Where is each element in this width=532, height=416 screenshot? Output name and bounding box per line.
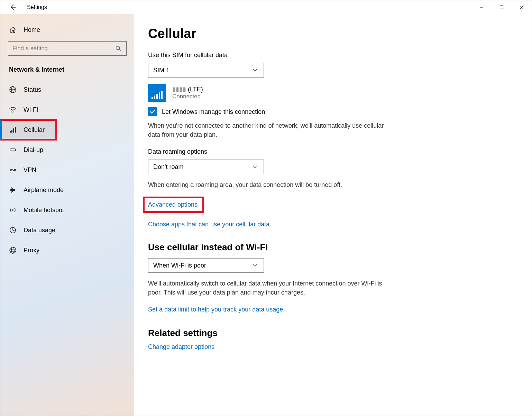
svg-rect-27	[152, 97, 153, 99]
hotspot-icon	[9, 206, 17, 214]
page-title: Cellular	[148, 26, 518, 41]
advanced-options-link[interactable]: Advanced options	[145, 198, 202, 211]
svg-point-18	[14, 152, 15, 152]
home-icon	[9, 26, 17, 34]
sidebar-item-proxy[interactable]: Proxy	[0, 240, 134, 260]
manage-description: When you're not connected to another kin…	[148, 121, 390, 139]
sidebar-item-label: Airplane mode	[24, 187, 64, 194]
sidebar-item-airplane[interactable]: Airplane mode	[0, 180, 134, 200]
svg-point-21	[12, 209, 13, 211]
chevron-down-icon	[251, 262, 259, 269]
sidebar-item-label: Dial-up	[24, 146, 43, 154]
manage-checkbox-label: Let Windows manage this connection	[162, 108, 265, 116]
svg-rect-29	[156, 94, 158, 99]
window-title: Settings	[27, 4, 47, 10]
search-field[interactable]	[12, 45, 114, 52]
svg-point-19	[10, 169, 11, 171]
airplane-icon	[9, 186, 17, 194]
sidebar-item-label: Data usage	[24, 227, 55, 234]
adapter-options-link[interactable]: Change adapter options	[148, 343, 214, 351]
home-nav[interactable]: Home	[0, 21, 134, 38]
svg-point-16	[12, 152, 13, 152]
choose-apps-link[interactable]: Choose apps that can use your cellular d…	[148, 221, 269, 228]
globe-icon	[9, 86, 17, 93]
chevron-down-icon	[251, 66, 259, 74]
sim-select[interactable]: SIM 1	[148, 63, 264, 78]
manage-checkbox-row[interactable]: Let Windows manage this connection	[148, 107, 518, 116]
sidebar-item-label: VPN	[24, 166, 36, 174]
search-input[interactable]	[8, 41, 127, 56]
vpn-icon	[9, 166, 17, 174]
chevron-down-icon	[251, 163, 259, 171]
network-status: Connected	[172, 93, 203, 100]
roaming-label: Data roaming options	[148, 148, 518, 155]
sidebar-item-label: Wi-Fi	[24, 106, 38, 114]
sim-select-value: SIM 1	[153, 67, 169, 74]
svg-point-24	[11, 247, 14, 253]
signal-tile-icon	[148, 84, 166, 102]
related-settings-heading: Related settings	[148, 328, 518, 338]
svg-rect-10	[10, 131, 11, 133]
data-limit-link[interactable]: Set a data limit to help you track your …	[148, 306, 283, 313]
sidebar-item-vpn[interactable]: VPN	[0, 160, 134, 180]
sidebar-item-label: Mobile hotspot	[24, 207, 64, 214]
svg-rect-14	[10, 149, 16, 151]
sidebar-item-dialup[interactable]: Dial-up	[0, 140, 134, 160]
network-status-row: ▮▮▮▮ (LTE) Connected	[148, 84, 518, 102]
sidebar-item-wifi[interactable]: Wi-Fi	[0, 100, 134, 120]
checkbox-checked-icon	[148, 107, 157, 116]
svg-rect-12	[13, 128, 14, 133]
category-header: Network & Internet	[0, 63, 134, 80]
datausage-icon	[9, 226, 17, 234]
search-icon	[114, 45, 122, 52]
network-name: ▮▮▮▮ (LTE)	[172, 85, 203, 93]
close-button[interactable]	[512, 0, 532, 14]
svg-point-23	[10, 247, 16, 253]
svg-point-15	[11, 152, 12, 152]
sidebar-item-cellular[interactable]: Cellular	[0, 120, 56, 140]
main-content: Cellular Use this SIM for cellular data …	[134, 14, 532, 416]
svg-rect-30	[159, 92, 160, 99]
sidebar-item-label: Status	[24, 86, 41, 93]
titlebar: Settings	[0, 0, 532, 14]
dialup-icon	[9, 146, 17, 154]
roaming-select[interactable]: Don't roam	[148, 160, 264, 174]
sidebar: Home Network & Internet Status Wi	[0, 14, 134, 416]
svg-rect-11	[11, 130, 12, 133]
use-cellular-description: We'll automatically switch to cellular d…	[148, 279, 390, 297]
sidebar-item-label: Cellular	[24, 126, 45, 134]
svg-rect-13	[15, 127, 16, 133]
svg-line-5	[119, 49, 121, 51]
svg-rect-31	[161, 91, 163, 99]
svg-rect-28	[154, 96, 155, 99]
use-cellular-heading: Use cellular instead of Wi-Fi	[148, 242, 518, 253]
sidebar-item-datausage[interactable]: Data usage	[0, 220, 134, 240]
proxy-icon	[9, 246, 17, 254]
sidebar-item-hotspot[interactable]: Mobile hotspot	[0, 200, 134, 220]
back-icon[interactable]	[9, 3, 17, 11]
sidebar-item-status[interactable]: Status	[0, 80, 134, 100]
wifi-icon	[9, 106, 17, 114]
svg-point-4	[116, 46, 120, 50]
roaming-description: When entering a roaming area, your data …	[148, 180, 390, 189]
use-cellular-select[interactable]: When Wi-Fi is poor	[148, 258, 264, 273]
svg-rect-1	[500, 6, 503, 9]
maximize-button[interactable]	[492, 0, 512, 14]
minimize-button[interactable]	[471, 0, 492, 14]
svg-point-20	[14, 169, 16, 171]
svg-point-9	[12, 112, 13, 113]
roaming-select-value: Don't roam	[153, 163, 183, 171]
home-label: Home	[24, 26, 40, 34]
sidebar-item-label: Proxy	[24, 247, 39, 254]
svg-point-17	[13, 152, 14, 152]
use-cellular-select-value: When Wi-Fi is poor	[153, 262, 206, 269]
cellular-icon	[9, 126, 17, 134]
sim-label: Use this SIM for cellular data	[148, 52, 518, 59]
